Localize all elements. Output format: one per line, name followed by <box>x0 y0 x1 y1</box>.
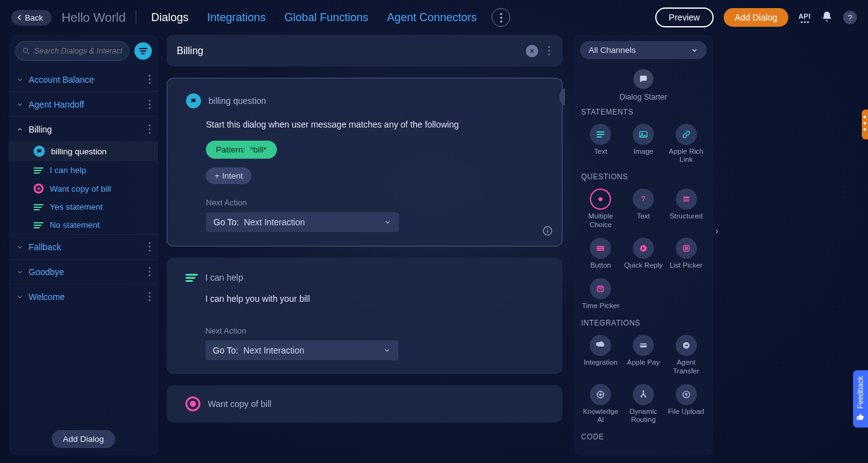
tool-agent-transfer[interactable]: Agent Transfer <box>665 332 707 377</box>
channel-select[interactable]: All Channels <box>580 41 707 59</box>
sidebar-sub-want-copy[interactable]: Want copy of bill <box>9 179 158 198</box>
sidebar-item-account-balance[interactable]: Account Balance <box>9 67 158 91</box>
sidebar-item-label: Agent Handoff <box>29 100 141 110</box>
tool-multiple-choice[interactable]: Multiple Choice <box>580 186 622 231</box>
tool-structured[interactable]: Structured <box>665 186 707 231</box>
api-button[interactable]: API <box>798 12 811 23</box>
text-icon <box>185 274 198 282</box>
side-accent-handle[interactable] <box>862 110 868 139</box>
chevron-down-icon <box>16 76 24 83</box>
preview-button[interactable]: Preview <box>655 7 714 27</box>
info-button[interactable] <box>542 225 553 238</box>
chevron-down-icon <box>383 347 391 354</box>
dots-icon <box>801 21 809 23</box>
item-menu-button[interactable] <box>146 289 153 304</box>
sidebar-sub-no[interactable]: No statement <box>9 216 158 234</box>
tool-label: Dialog Starter <box>620 93 667 101</box>
tool-text-statement[interactable]: Text <box>580 121 622 166</box>
filter-button[interactable] <box>134 42 152 60</box>
sub-item-label: Yes statement <box>50 202 103 212</box>
sidebar-item-welcome[interactable]: Welcome <box>9 284 158 309</box>
app-title: Hello World <box>62 11 126 25</box>
item-menu-button[interactable] <box>146 240 153 254</box>
tab-dialogs[interactable]: Dialogs <box>151 11 189 24</box>
search-input[interactable] <box>34 47 123 55</box>
item-menu-button[interactable] <box>146 72 153 87</box>
tool-time-picker[interactable]: 25Time Picker <box>580 276 622 312</box>
interaction-card-i-can-help[interactable]: I can help I can help you with your bill… <box>167 258 562 374</box>
sub-item-label: Want copy of bill <box>50 184 111 194</box>
tool-quick-reply[interactable]: Quick Reply <box>623 235 665 272</box>
pattern-value: *bill* <box>250 145 267 154</box>
sidebar-sub-billing-question[interactable]: billing question <box>9 141 158 161</box>
back-button[interactable]: Back <box>11 10 52 26</box>
choice-icon <box>34 184 44 194</box>
sidebar-item-fallback[interactable]: Fallback <box>9 234 158 259</box>
tool-apple-pay[interactable]: Apple Pay <box>623 332 665 377</box>
tab-integrations[interactable]: Integrations <box>207 11 266 24</box>
api-label: API <box>798 12 811 20</box>
divider <box>136 11 136 24</box>
tool-list-picker[interactable]: List Picker <box>665 235 707 272</box>
tab-global-functions[interactable]: Global Functions <box>284 11 368 24</box>
tool-label: Apple Rich Link <box>665 147 707 164</box>
sidebar-item-label: Fallback <box>29 242 141 252</box>
svg-rect-6 <box>683 197 689 199</box>
tool-knowledge-ai[interactable]: Knowledge AI <box>580 381 622 426</box>
tool-dynamic-routing[interactable]: Dynamic Routing <box>623 381 665 426</box>
tool-label: Dynamic Routing <box>623 408 665 424</box>
tool-image-statement[interactable]: Image <box>623 121 665 166</box>
collapse-palette-button[interactable] <box>712 225 721 238</box>
dialog-header: Billing <box>167 35 562 67</box>
help-button[interactable]: ? <box>843 11 857 24</box>
close-icon <box>529 48 535 54</box>
interaction-card-billing-question[interactable]: billing question Start this dialog when … <box>167 78 562 246</box>
sidebar-add-dialog-button[interactable]: Add Dialog <box>52 430 115 448</box>
item-menu-button[interactable] <box>146 122 153 136</box>
next-action-select[interactable]: Go To: Next Interaction <box>205 340 398 360</box>
add-dialog-button[interactable]: Add Dialog <box>724 8 789 27</box>
next-action-select[interactable]: Go To: Next Interaction <box>206 212 399 232</box>
text-icon <box>34 204 44 210</box>
back-label: Back <box>25 13 43 22</box>
pattern-pill[interactable]: Pattern: *bill* <box>206 141 277 159</box>
notifications-button[interactable] <box>821 11 833 25</box>
sidebar-sub-i-can-help[interactable]: I can help <box>9 161 158 179</box>
tool-file-upload[interactable]: File Upload <box>665 381 707 426</box>
sub-item-label: billing question <box>51 147 106 156</box>
sidebar-item-agent-handoff[interactable]: Agent Handoff <box>9 91 158 116</box>
item-menu-button[interactable] <box>146 97 153 111</box>
tool-integration[interactable]: Integration <box>580 332 622 377</box>
more-menu-button[interactable] <box>492 8 510 27</box>
chevron-down-icon <box>16 268 24 276</box>
tool-apple-rich-link[interactable]: Apple Rich Link <box>665 121 707 166</box>
search-box[interactable] <box>15 41 129 61</box>
chevron-down-icon <box>691 47 698 54</box>
chat-icon <box>564 92 565 102</box>
sidebar-item-goodbye[interactable]: Goodbye <box>9 259 158 284</box>
tool-label: File Upload <box>668 408 704 416</box>
chevron-down-icon <box>16 101 24 108</box>
tool-text-question[interactable]: ?Text <box>623 186 665 231</box>
dialog-menu-button[interactable] <box>546 44 553 58</box>
svg-point-19 <box>645 396 646 398</box>
close-button[interactable] <box>526 45 538 57</box>
tab-agent-connectors[interactable]: Agent Connectors <box>387 11 477 24</box>
sidebar-sub-yes[interactable]: Yes statement <box>9 198 158 216</box>
tool-button-question[interactable]: Button <box>580 235 622 272</box>
section-code: CODE <box>581 433 707 441</box>
feedback-tab[interactable]: Feedback <box>853 370 868 428</box>
sidebar-item-label: Welcome <box>29 292 141 302</box>
add-intent-button[interactable]: + Intent <box>206 167 251 184</box>
tool-dialog-starter[interactable]: Dialog Starter <box>580 69 707 101</box>
item-menu-button[interactable] <box>146 264 153 279</box>
tool-label: Knowledge AI <box>580 408 622 424</box>
chevron-right-icon <box>713 228 721 235</box>
sidebar-item-billing[interactable]: Billing <box>9 116 158 141</box>
text-icon <box>34 167 44 174</box>
interaction-card-want-copy[interactable]: Want copy of bill <box>167 385 562 423</box>
tool-label: Image <box>633 147 653 156</box>
card-title: Want copy of bill <box>208 399 271 409</box>
tool-label: Text <box>637 212 650 220</box>
choice-icon <box>185 396 200 411</box>
